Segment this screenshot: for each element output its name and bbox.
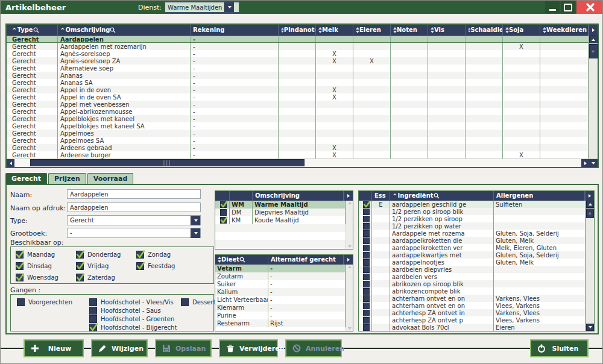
table-row[interactable]: GerechtAppelmoes- <box>7 130 589 137</box>
day-zaterdag[interactable]: Zaterdag <box>76 274 115 281</box>
chevron-down-icon[interactable] <box>191 216 200 225</box>
checkbox[interactable] <box>363 201 370 208</box>
column-header-type[interactable]: ^Type <box>10 25 58 36</box>
table-row[interactable]: GerechtAppelblokjes met kaneel- <box>7 115 589 122</box>
scroll-up-icon[interactable] <box>586 201 594 208</box>
checkbox[interactable] <box>76 274 84 281</box>
checkbox[interactable] <box>363 303 370 309</box>
checkbox[interactable] <box>363 288 370 295</box>
checkbox[interactable] <box>363 209 370 215</box>
ingredient-row[interactable]: 1/2 perzikken op water <box>359 222 586 230</box>
column-header-pindanoten[interactable]: Pindanoten <box>279 25 316 36</box>
dieet-row[interactable]: Kalium- <box>215 288 353 296</box>
chevron-down-icon[interactable] <box>224 2 234 12</box>
ingredient-row[interactable]: achterhesp ZA ontvet pVlees, Varkens <box>359 316 586 324</box>
ingredient-row[interactable]: advokaat Bols 70clEieren <box>359 324 586 331</box>
table-row[interactable]: GerechtArdeense burger-XX <box>7 151 589 158</box>
table-row[interactable]: GerechtAppel-abrikozenmousse- <box>7 108 589 115</box>
type-select[interactable]: Gerecht <box>67 215 201 225</box>
allergenen-column-header[interactable]: Allergenen <box>494 191 585 201</box>
ingredient-row[interactable]: achterham ontvet en onVarkens, Vlees <box>359 295 586 302</box>
column-header-schaaldieren[interactable]: Schaaldieren <box>466 25 503 36</box>
dieet-row[interactable]: Purine- <box>215 312 353 319</box>
scroll-thumb[interactable]: ≡ <box>586 209 594 218</box>
nieuw-button[interactable]: Nieuw <box>24 339 84 357</box>
dienst-dropdown[interactable]: Warme Maaltijden <box>165 2 239 13</box>
ingredient-row[interactable]: 1/2 peren op siroop blik <box>359 208 586 215</box>
scroll-down-icon[interactable] <box>586 324 594 331</box>
checkbox[interactable] <box>363 216 370 222</box>
checkbox[interactable] <box>136 262 144 270</box>
checkbox[interactable] <box>363 266 370 273</box>
opslaan-button[interactable]: Opslaan <box>155 339 212 357</box>
checkbox[interactable] <box>363 237 370 244</box>
gang-dessert[interactable]: Dessert <box>181 298 215 306</box>
maaltijd-scrollbar[interactable] <box>346 201 353 249</box>
column-options-button[interactable] <box>344 191 353 201</box>
naam-op-afdruk-input[interactable] <box>67 202 201 212</box>
checkbox[interactable] <box>363 281 370 287</box>
ingredient-row[interactable]: abrikozen op siroop blik <box>359 280 586 287</box>
ingredient-scrollbar[interactable]: ≡ <box>586 201 594 331</box>
sluiten-button[interactable]: Sluiten <box>530 339 589 357</box>
table-row[interactable]: GerechtAppelmoes SA- <box>7 137 589 144</box>
checkbox[interactable] <box>76 251 84 259</box>
ingredient-row[interactable]: aardappelkroketten dieGluten, Melk <box>359 237 586 244</box>
scroll-down-icon[interactable] <box>348 245 352 248</box>
dieet-row[interactable]: Licht Verteerbaar- <box>215 296 353 304</box>
scroll-up-icon[interactable] <box>348 202 352 204</box>
ingredient-row[interactable]: achterham ontvet en onVlees, Varkens <box>359 302 586 309</box>
dieet-row[interactable]: Suiker- <box>215 280 353 288</box>
column-header-soja[interactable]: Soja <box>503 25 540 36</box>
day-woensdag[interactable]: Woensdag <box>16 274 58 281</box>
table-row[interactable]: GerechtAardappelen met rozemarijn-X <box>7 43 589 50</box>
gang-hoofdschotel-groenten[interactable]: Hoofdschotel - Groenten <box>89 315 174 323</box>
day-maandag[interactable]: Maandag <box>16 251 55 259</box>
ingredient-row[interactable]: aardappelkroketten verMelk, Eieren, Glut… <box>359 244 586 251</box>
ingredient-row[interactable]: abrikozencompote blik <box>359 287 586 295</box>
scroll-down-icon[interactable] <box>589 159 598 167</box>
checkbox[interactable] <box>363 295 370 302</box>
hscroll-thumb[interactable]: ||| <box>30 159 305 166</box>
minimize-button[interactable] <box>545 1 560 13</box>
checkbox[interactable] <box>363 274 370 280</box>
checkbox[interactable] <box>17 298 25 306</box>
tab-prijzen[interactable]: Prijzen <box>48 173 86 184</box>
checkbox[interactable] <box>363 259 370 266</box>
checkbox[interactable] <box>363 310 370 316</box>
day-donderdag[interactable]: Donderdag <box>76 251 121 259</box>
annuleren-button[interactable]: Annuleren <box>285 339 342 357</box>
scroll-thumb[interactable]: ≡ <box>589 44 598 58</box>
dieet-column-header[interactable]: Dieet <box>215 255 268 265</box>
maaltijd-row[interactable]: WMWarme Maaltijd <box>215 201 353 209</box>
ingredient-row[interactable]: achterhesp ZA ontvet inVarkens, Vlees <box>359 309 586 316</box>
day-vrijdag[interactable]: Vrijdag <box>76 262 109 270</box>
alternatief-gerecht-column-header[interactable]: Alternatief gerecht <box>268 255 344 265</box>
scroll-up-icon[interactable] <box>348 266 352 268</box>
maximize-button[interactable] <box>561 1 575 13</box>
dieet-row[interactable]: RestenarmRijst <box>215 319 353 327</box>
maaltijd-row[interactable]: DMDiepvries Maaltijd <box>215 209 353 216</box>
ingredient-row[interactable]: aardappelnootjesGluten, Melk <box>359 259 586 266</box>
table-row[interactable]: GerechtAgnès-sorelsoep-X <box>7 50 589 57</box>
table-row[interactable]: GerechtAppelblokjes met kaneel SA- <box>7 122 589 130</box>
checkbox[interactable] <box>89 315 97 323</box>
checkbox[interactable] <box>220 209 227 216</box>
dieet-row[interactable]: Zoutarm- <box>215 272 353 280</box>
scroll-left-icon[interactable] <box>7 159 14 167</box>
tab-gerecht[interactable]: Gerecht <box>5 173 47 184</box>
ingredient-row[interactable]: Eaardappelen geschild geSulfieten <box>359 201 586 208</box>
checkbox[interactable] <box>220 201 227 208</box>
checkbox[interactable] <box>363 223 370 230</box>
scroll-down-icon[interactable] <box>348 327 352 330</box>
checkbox[interactable] <box>89 298 97 306</box>
ingredient-row[interactable]: aardbeien diepvries <box>359 266 586 273</box>
checkbox[interactable] <box>89 324 97 331</box>
checkbox[interactable] <box>363 324 370 331</box>
maaltijd-omschrijving-column[interactable]: Omschrijving <box>253 191 344 201</box>
day-feestdag[interactable]: Feestdag <box>136 262 175 270</box>
table-row[interactable]: GerechtAppel in de oven SA-X <box>7 93 589 101</box>
scroll-right-icon[interactable] <box>581 159 589 167</box>
column-options-button[interactable] <box>589 25 598 36</box>
wijzigen-button[interactable]: Wijzigen <box>91 339 148 357</box>
